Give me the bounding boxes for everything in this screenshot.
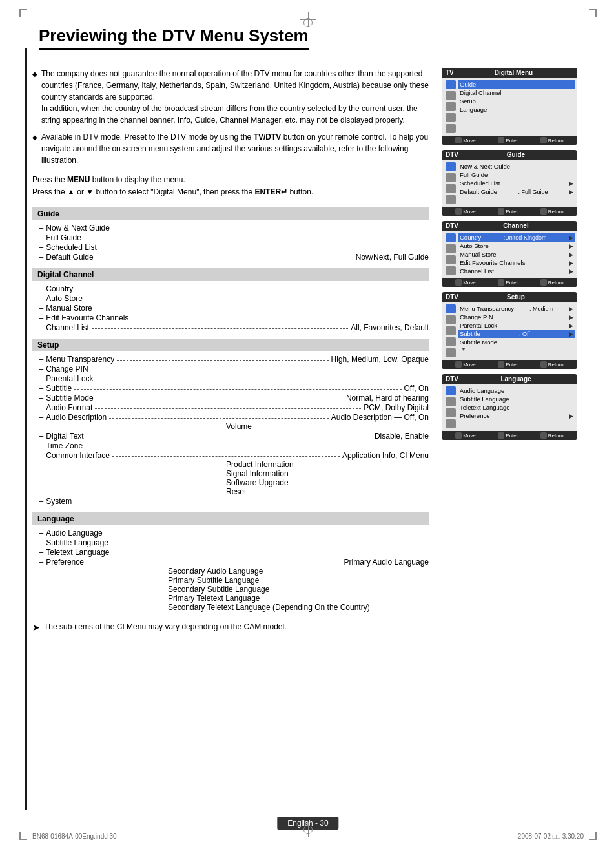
tv-guide-now-next: Now & Next Guide: [460, 162, 573, 171]
tv-icon-setup-2: [446, 315, 456, 324]
setup-system: – System: [39, 496, 429, 506]
tv-panel-guide-content: Now & Next Guide Full Guide Scheduled Li…: [446, 162, 573, 204]
dc-manual-store-label: Manual Store: [46, 304, 92, 313]
tv-panel-digital-menu-label: TV: [446, 69, 454, 76]
tv-icons-col-setup: [446, 304, 457, 357]
setup-audio-desc-annotation: Audio Description — Off, On: [331, 413, 429, 422]
setup-parental-lock: – Parental Lock: [39, 373, 429, 383]
tv-panel-language-footer: Move Enter Return: [442, 431, 577, 440]
dc-manual-store: – Manual Store: [39, 303, 429, 313]
tv-icons-col-language: [446, 386, 457, 428]
left-column: ◆ The company does not guarantee the nor…: [32, 68, 429, 633]
tv-content-col-channel: Country :United Kingdom ▶ Auto Store ▶ M…: [460, 233, 573, 275]
tv-panel-digital-menu: TV Digital Menu Guide: [442, 68, 577, 145]
setup-menu-transparency-label: Menu Transparency: [46, 355, 114, 364]
tv-icon-guide-1: [446, 162, 456, 171]
tv-panel-setup: DTV Setup Menu Transparency : Med: [442, 292, 577, 369]
tv-panel-language-title: Language: [458, 375, 573, 383]
tv-panel-setup-label: DTV: [446, 293, 458, 300]
tv-icon-guide-4: [446, 195, 456, 204]
press-instructions: Press the MENU button to display the men…: [32, 174, 429, 198]
bottom-note-arrow: ➤: [32, 622, 40, 633]
tv-lang-subtitle: Subtitle Language: [460, 395, 573, 403]
tv-panel-language-header: DTV Language: [442, 374, 577, 384]
guide-item-default: – Default Guide Now/Next, Full Guide: [39, 252, 429, 262]
guide-default-annotation: Now/Next, Full Guide: [356, 253, 429, 262]
tv-content-col-language: Audio Language Subtitle Language Teletex…: [460, 386, 573, 428]
tv-channel-edit-fav: Edit Favourite Channels ▶: [460, 258, 573, 267]
digital-channel-header: Digital Channel: [32, 268, 429, 281]
tv-panel-channel-label: DTV: [446, 222, 458, 229]
tv-footer-enter-4: Enter: [498, 361, 518, 368]
tv-footer-return-5: Return: [540, 432, 564, 439]
setup-digital-text: – Digital Text Disable, Enable: [39, 431, 429, 441]
tv-panel-language-label: DTV: [446, 375, 458, 383]
tv-panel-channel-footer: Move Enter Return: [442, 278, 577, 287]
guide-section: Guide – Now & Next Guide – Full Guide – …: [32, 207, 429, 262]
guide-default-label: Default Guide: [46, 253, 93, 262]
tv-channel-manual-store: Manual Store ▶: [460, 250, 573, 258]
tv-setup-subtitle-mode: Subtitle Mode: [460, 338, 573, 346]
setup-subtitle-label: Subtitle: [46, 384, 72, 393]
tv-icon-channel-1: [446, 233, 456, 242]
tv-channel-list: Channel List ▶: [460, 267, 573, 275]
tv-footer-return-1: Return: [540, 137, 564, 143]
setup-common-interface-label: Common Interface: [46, 451, 110, 460]
tv-setup-parental-lock: Parental Lock ▶: [460, 321, 573, 330]
lang-audio-label: Audio Language: [46, 529, 102, 538]
bottom-crosshair: [300, 822, 316, 837]
tv-content-col-setup: Menu Transparency : Medium ▶ Change PIN …: [460, 304, 573, 357]
tv-panel-channel-body: Country :United Kingdom ▶ Auto Store ▶ M…: [442, 231, 577, 278]
tv-menu-language: Language: [460, 105, 573, 114]
setup-parental-lock-label: Parental Lock: [46, 374, 93, 383]
tv-setup-subtitle: Subtitle : Off ▶: [458, 330, 575, 338]
lang-subtitle-label: Subtitle Language: [46, 538, 108, 547]
bottom-note-text: The sub-items of the CI Menu may vary de…: [44, 622, 287, 633]
tv-panel-digital-menu-body: Guide Digital Channel Setup Language: [442, 78, 577, 136]
tv-menu-guide: Guide: [458, 80, 575, 89]
guide-items: – Now & Next Guide – Full Guide – Schedu…: [32, 223, 429, 262]
tv-setup-scroll-indicator: ▼: [460, 346, 573, 352]
setup-common-interface-annotation: Application Info, CI Menu: [342, 451, 429, 460]
tv-panel-setup-title: Setup: [458, 293, 573, 300]
setup-ci-signal: Signal Information: [39, 469, 429, 478]
tv-icon-lang-4: [446, 419, 456, 428]
language-header: Language: [32, 512, 429, 525]
guide-item-scheduled: – Scheduled List: [39, 242, 429, 252]
tv-lang-teletext: Teletext Language: [460, 403, 573, 412]
tv-icon-lang-2: [446, 397, 456, 406]
tv-panel-language-body: Audio Language Subtitle Language Teletex…: [442, 384, 577, 431]
guide-item-full: – Full Guide: [39, 233, 429, 242]
tv-panel-setup-header: DTV Setup: [442, 292, 577, 302]
dc-edit-fav-label: Edit Favourite Channels: [46, 313, 128, 322]
tv-icon-channel-2: [446, 244, 456, 253]
tv-panel-channel-header: DTV Channel: [442, 221, 577, 231]
guide-default-line: [96, 258, 353, 258]
setup-subtitle-annotation: Off, On: [404, 384, 429, 393]
tv-panel-setup-body: Menu Transparency : Medium ▶ Change PIN …: [442, 302, 577, 360]
tv-content-col-guide: Now & Next Guide Full Guide Scheduled Li…: [460, 162, 573, 204]
digital-channel-section: Digital Channel – Country – Auto Store –…: [32, 268, 429, 332]
tv-panel-setup-content: Menu Transparency : Medium ▶ Change PIN …: [446, 304, 573, 357]
setup-menu-transparency-line: [117, 360, 328, 361]
lang-audio: – Audio Language: [39, 528, 429, 538]
setup-header: Setup: [32, 339, 429, 351]
tv-footer-enter-3: Enter: [498, 279, 518, 286]
bottom-note: ➤ The sub-items of the CI Menu may vary …: [32, 622, 429, 633]
tv-setup-menu-transparency: Menu Transparency : Medium ▶: [460, 304, 573, 313]
tv-footer-enter-5: Enter: [498, 432, 518, 439]
digital-channel-items: – Country – Auto Store – Manual Store – …: [32, 284, 429, 332]
tv-setup-change-pin: Change PIN ▶: [460, 313, 573, 321]
setup-common-interface: – Common Interface Application Info, CI …: [39, 450, 429, 460]
tv-icons-col-guide: [446, 162, 457, 204]
tv-panel-channel-title: Channel: [458, 222, 573, 229]
tv-panel-digital-menu-title: Digital Menu: [454, 69, 573, 76]
tv-footer-enter-1: Enter: [498, 137, 518, 143]
setup-audio-format-annotation: PCM, Dolby Digital: [364, 403, 429, 412]
tv-content-col-1: Guide Digital Channel Setup Language: [460, 80, 573, 133]
tv-panel-guide: DTV Guide Now & Next Guide Full Gu: [442, 150, 577, 216]
guide-now-next-label: Now & Next Guide: [46, 224, 110, 233]
setup-audio-desc-volume: Volume: [39, 422, 429, 431]
tv-footer-return-4: Return: [540, 361, 564, 368]
setup-section: Setup – Menu Transparency High, Medium, …: [32, 339, 429, 506]
